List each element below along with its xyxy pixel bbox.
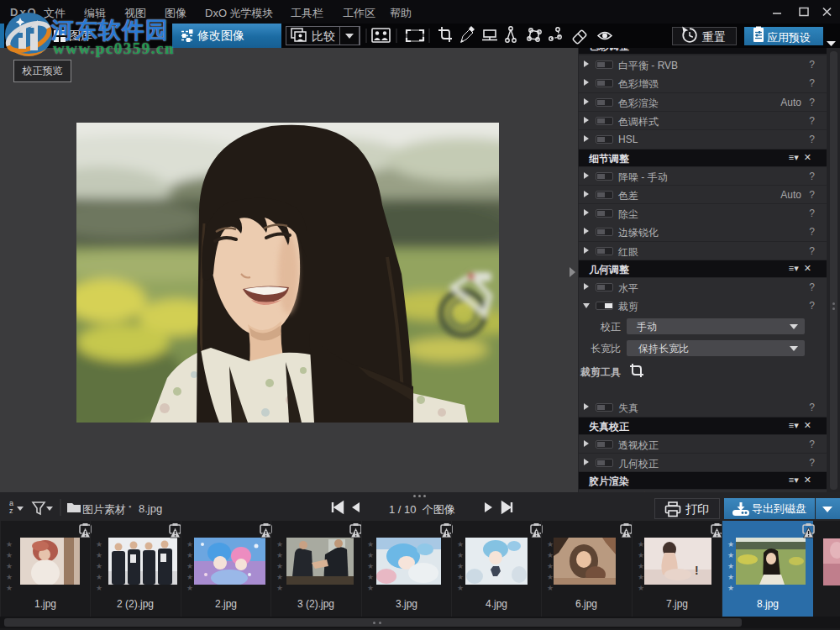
svg-text:z: z <box>9 507 13 515</box>
svg-text:!: ! <box>695 564 699 577</box>
